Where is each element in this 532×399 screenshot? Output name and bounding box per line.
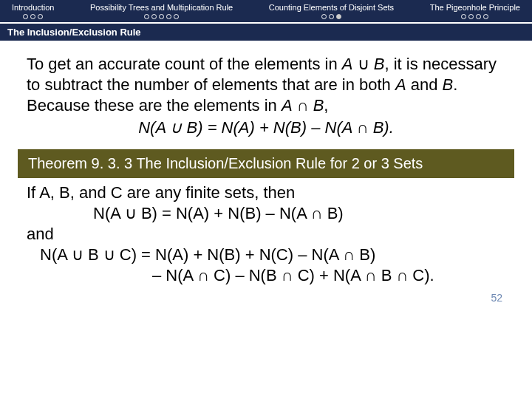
dot-icon <box>174 14 179 19</box>
equation-text: N(A ∪ B) = N(A) + N(B) – N(A ∩ B) <box>93 204 344 222</box>
dot-icon <box>476 14 481 19</box>
text: , <box>50 183 59 202</box>
theorem-label: Theorem 9. 3. 3 The Inclusion/Exclusion … <box>28 155 423 171</box>
nav-item-pigeonhole[interactable]: The Pigeonhole Principle <box>427 1 523 21</box>
text: To get an accurate count of the elements… <box>27 55 342 73</box>
nav-item-introduction[interactable]: Introduction <box>9 1 57 21</box>
dot-icon <box>30 14 35 19</box>
var-B: B <box>374 55 385 73</box>
equation-text: N(A ∪ B ∪ C) = N(A) + N(B) + N(C) – N(A … <box>40 245 375 264</box>
nav-item-counting-disjoint[interactable]: Counting Elements of Disjoint Sets <box>266 1 397 21</box>
dot-icon <box>166 14 171 19</box>
page-number: 52 <box>0 292 532 304</box>
progress-dots <box>12 14 54 19</box>
theorem-header: Theorem 9. 3. 3 The Inclusion/Exclusion … <box>18 149 514 178</box>
main-paragraph: To get an accurate count of the elements… <box>0 41 532 146</box>
text: , <box>324 96 328 115</box>
dot-icon <box>159 14 164 19</box>
equation-3a: N(A ∪ B ∪ C) = N(A) + N(B) + N(C) – N(A … <box>27 245 505 265</box>
equation-text: – N(A ∩ C) – N(B ∩ C) + N(A ∩ B ∩ C). <box>152 266 434 284</box>
dot-icon <box>329 14 334 19</box>
text: ∪ <box>353 55 374 73</box>
var-A: A <box>39 183 50 202</box>
equation-2: N(A ∪ B) = N(A) + N(B) – N(A ∩ B) <box>27 203 505 224</box>
var-A: A <box>395 75 406 94</box>
dot-icon <box>38 14 43 19</box>
text: If <box>27 183 39 202</box>
nav-title: Introduction <box>12 3 54 12</box>
nav-item-possibility-trees[interactable]: Possibility Trees and Multiplication Rul… <box>87 1 236 21</box>
text: , and <box>70 183 111 202</box>
var-A: A <box>282 96 293 115</box>
dot-icon <box>144 14 149 19</box>
dot-icon <box>468 14 474 19</box>
equation-3b: – N(A ∩ C) – N(B ∩ C) + N(A ∩ B ∩ C). <box>27 265 505 286</box>
progress-dots <box>430 14 520 19</box>
equation-text: N(A ∪ B) = N(A) + N(B) – N(A ∩ B). <box>138 118 394 137</box>
dot-icon <box>23 14 28 19</box>
equation-1: N(A ∪ B) = N(A) + N(B) – N(A ∩ B). <box>27 117 505 138</box>
var-B: B <box>59 183 70 202</box>
text: and <box>406 75 443 94</box>
section-title: The Inclusion/Exclusion Rule <box>7 27 141 38</box>
var-A: A <box>342 55 353 73</box>
nav-title: The Pigeonhole Principle <box>430 3 520 12</box>
nav-title: Counting Elements of Disjoint Sets <box>269 3 394 12</box>
dot-icon-current <box>336 14 341 19</box>
dot-icon <box>461 14 466 19</box>
progress-dots <box>90 14 233 19</box>
progress-dots <box>269 14 394 19</box>
dot-icon <box>321 14 327 19</box>
section-title-bar: The Inclusion/Exclusion Rule <box>0 22 532 41</box>
var-B: B <box>443 75 454 94</box>
nav-bar: Introduction Possibility Trees and Multi… <box>0 0 532 22</box>
nav-title: Possibility Trees and Multiplication Rul… <box>90 3 233 12</box>
text: are any finite sets, then <box>123 183 296 202</box>
dot-icon <box>483 14 488 19</box>
theorem-body: If A, B, and C are any finite sets, then… <box>0 178 532 288</box>
dot-icon <box>151 14 157 19</box>
var-B: B <box>313 96 324 115</box>
text: ∩ <box>293 96 313 115</box>
var-C: C <box>111 183 123 202</box>
and-label: and <box>27 224 505 245</box>
